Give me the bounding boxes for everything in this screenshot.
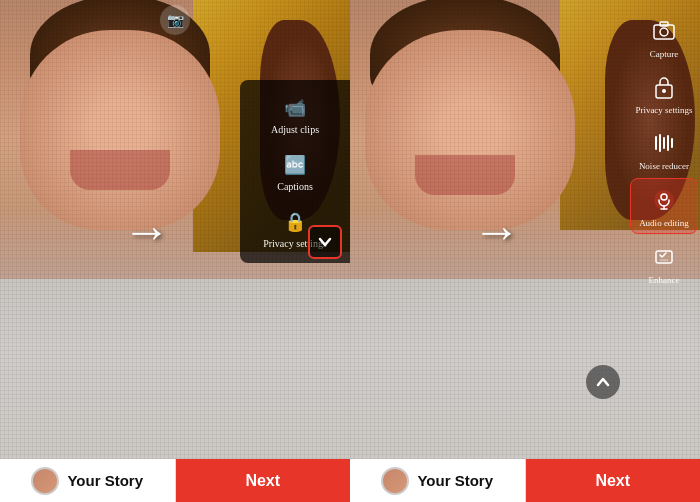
chevron-up-button[interactable] — [586, 365, 620, 399]
svg-rect-14 — [656, 251, 672, 263]
right-bottom-bar: Your Story Next — [350, 459, 700, 502]
noise-reducer-label: Noise reducer — [639, 161, 689, 171]
chevron-up-icon — [595, 374, 611, 390]
captions-item[interactable]: 🔤 Captions — [240, 145, 350, 198]
arrow-icon-right: → — [473, 202, 521, 257]
privacy-icon-left: 🔒 — [281, 208, 309, 236]
chevron-down-icon — [317, 234, 333, 250]
svg-rect-6 — [659, 134, 661, 152]
audio-editing-item[interactable]: Audio editing — [630, 178, 698, 234]
your-story-button-right[interactable]: Your Story — [350, 459, 525, 502]
camera-icon-left: 📷 — [160, 5, 190, 35]
your-story-label-left: Your Story — [67, 472, 143, 489]
enhance-toolbar-item[interactable]: Enhance — [630, 236, 698, 290]
captions-label: Captions — [277, 181, 313, 192]
adjust-clips-label: Adjust clips — [271, 124, 319, 135]
right-panel: → Capture — [350, 0, 700, 459]
noise-reducer-item[interactable]: Noise reducer — [630, 122, 698, 176]
your-story-button-left[interactable]: Your Story — [0, 459, 175, 502]
story-avatar-left — [31, 467, 59, 495]
svg-point-4 — [662, 89, 666, 93]
audio-editing-label: Audio editing — [639, 218, 689, 228]
next-button-left[interactable]: Next — [176, 459, 351, 502]
left-bottom-bar: Your Story Next — [0, 459, 350, 502]
privacy-toolbar-item[interactable]: Privacy settings — [630, 66, 698, 120]
enhance-icon — [648, 241, 680, 273]
privacy-icon-right — [648, 71, 680, 103]
svg-rect-5 — [655, 136, 657, 150]
side-toolbar: Capture Privacy settings — [628, 10, 700, 290]
svg-point-1 — [660, 28, 668, 36]
arrow-icon-left: → — [123, 202, 171, 257]
svg-rect-9 — [671, 138, 673, 148]
your-story-label-right: Your Story — [417, 472, 493, 489]
svg-rect-2 — [660, 22, 668, 26]
next-button-right[interactable]: Next — [526, 459, 701, 502]
chevron-down-button[interactable] — [308, 225, 342, 259]
enhance-label: Enhance — [649, 275, 680, 285]
svg-rect-7 — [663, 137, 665, 149]
story-avatar-right — [381, 467, 409, 495]
privacy-label-right: Privacy settings — [635, 105, 692, 115]
capture-toolbar-item[interactable]: Capture — [630, 10, 698, 64]
main-content: → 📹 Adjust clips 🔤 Captions 🔒 Privacy se… — [0, 0, 700, 459]
noise-reducer-icon — [648, 127, 680, 159]
audio-editing-icon — [648, 184, 680, 216]
svg-rect-0 — [654, 25, 674, 39]
left-panel: → 📹 Adjust clips 🔤 Captions 🔒 Privacy se… — [0, 0, 350, 459]
captions-icon: 🔤 — [281, 151, 309, 179]
svg-rect-8 — [667, 135, 669, 151]
adjust-clips-icon: 📹 — [281, 94, 309, 122]
adjust-clips-item[interactable]: 📹 Adjust clips — [240, 88, 350, 141]
bottom-bar: Your Story Next Your Story Next — [0, 459, 700, 502]
capture-icon — [648, 15, 680, 47]
capture-label: Capture — [650, 49, 679, 59]
